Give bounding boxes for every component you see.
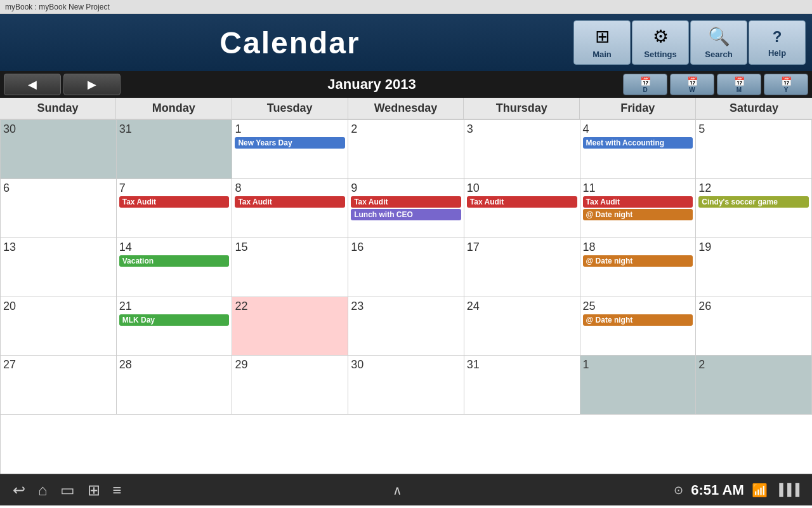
day-view-label: D — [643, 86, 647, 93]
wifi-icon: 📶 — [752, 483, 768, 498]
settings-label: Settings — [644, 50, 676, 59]
title-bar: myBook : myBook New Project — [0, 0, 812, 14]
event-badge[interactable]: Tax Audit — [119, 196, 230, 208]
search-label: Search — [705, 50, 732, 59]
settings-button[interactable]: ⚙ Settings — [632, 20, 689, 65]
caret-up-icon: ∧ — [393, 483, 402, 498]
event-badge[interactable]: Tax Audit — [583, 196, 693, 208]
day-number: 31 — [119, 123, 230, 136]
status-right: ⊙ 6:51 AM 📶 ▐▐▐ — [674, 482, 799, 498]
clock-display: 6:51 AM — [691, 482, 744, 498]
week-view-icon: 📅 — [687, 76, 698, 86]
calendar-cell-w4d5[interactable]: 1 — [580, 356, 697, 415]
calendar-cell-w2d6[interactable]: 19 — [696, 238, 812, 297]
event-badge[interactable]: New Years Day — [235, 137, 345, 149]
search-button[interactable]: 🔍 Search — [690, 20, 747, 65]
calendar-cell-w4d3[interactable]: 30 — [348, 356, 464, 415]
calendar-cell-w3d1[interactable]: 21MLK Day — [117, 297, 233, 356]
home-icon[interactable]: ⌂ — [38, 481, 48, 499]
calendar-cell-w1d3[interactable]: 9Tax AuditLunch with CEO — [348, 179, 464, 238]
month-view-button[interactable]: 📅 M — [717, 74, 761, 95]
event-badge[interactable]: @ Date night — [583, 209, 693, 220]
calendar-cell-w2d2[interactable]: 15 — [232, 238, 348, 297]
day-number: 7 — [119, 182, 230, 195]
main-button[interactable]: ⊞ Main — [573, 20, 631, 65]
status-left-icons: ↩ ⌂ ▭ ⊞ ≡ — [13, 481, 122, 499]
day-number: 26 — [698, 300, 809, 313]
day-number: 24 — [467, 300, 577, 313]
event-badge[interactable]: Lunch with CEO — [351, 209, 461, 220]
day-number: 3 — [467, 123, 577, 136]
event-badge[interactable]: Tax Audit — [351, 196, 461, 208]
event-badge[interactable]: Cindy's soccer game — [698, 196, 809, 208]
prev-month-button[interactable]: ◀ — [4, 74, 61, 95]
day-number: 1 — [235, 123, 345, 136]
grid-icon[interactable]: ⊞ — [88, 481, 100, 499]
calendar-cell-w0d6[interactable]: 5 — [696, 120, 812, 179]
recents-icon[interactable]: ▭ — [60, 481, 75, 499]
calendar-cell-w4d1[interactable]: 28 — [117, 356, 233, 415]
calendar-cell-w0d3[interactable]: 2 — [348, 120, 464, 179]
calendar-cell-w4d4[interactable]: 31 — [464, 356, 580, 415]
event-badge[interactable]: Tax Audit — [467, 196, 577, 208]
day-header-friday: Friday — [580, 98, 696, 119]
week-view-button[interactable]: 📅 W — [670, 74, 714, 95]
menu-icon[interactable]: ≡ — [113, 481, 122, 499]
day-number: 4 — [583, 123, 693, 136]
calendar-cell-w2d5[interactable]: 18@ Date night — [580, 238, 697, 297]
day-number: 27 — [3, 358, 114, 371]
calendar-cell-w4d2[interactable]: 29 — [232, 356, 348, 415]
day-number: 19 — [698, 241, 809, 254]
next-arrow-icon: ▶ — [88, 77, 96, 91]
help-button[interactable]: ? Help — [749, 20, 806, 65]
day-headers: SundayMondayTuesdayWednesdayThursdayFrid… — [0, 98, 812, 119]
day-number: 29 — [235, 358, 345, 371]
calendar-cell-w3d5[interactable]: 25@ Date night — [580, 297, 697, 356]
day-view-button[interactable]: 📅 D — [623, 74, 667, 95]
month-title: January 2013 — [122, 76, 622, 93]
day-number: 1 — [583, 358, 693, 371]
event-badge[interactable]: Tax Audit — [235, 196, 345, 208]
month-view-icon: 📅 — [734, 76, 745, 86]
month-view-label: M — [737, 86, 742, 93]
day-number: 23 — [351, 300, 461, 313]
event-badge[interactable]: Vacation — [119, 255, 230, 267]
calendar-cell-w4d6[interactable]: 2 — [696, 356, 812, 415]
event-badge[interactable]: MLK Day — [119, 314, 230, 326]
calendar-cell-w2d3[interactable]: 16 — [348, 238, 464, 297]
calendar-cell-w0d4[interactable]: 3 — [464, 120, 580, 179]
calendar-cell-w3d6[interactable]: 26 — [696, 297, 812, 356]
calendar-cell-w0d0[interactable]: 30 — [1, 120, 117, 179]
day-header-tuesday: Tuesday — [232, 98, 348, 119]
calendar-cell-w1d1[interactable]: 7Tax Audit — [117, 179, 233, 238]
event-badge[interactable]: @ Date night — [583, 314, 693, 326]
year-view-button[interactable]: 📅 Y — [764, 74, 808, 95]
day-number: 15 — [235, 241, 345, 254]
next-month-button[interactable]: ▶ — [63, 74, 121, 95]
calendar-cell-w2d4[interactable]: 17 — [464, 238, 580, 297]
calendar-cell-w1d5[interactable]: 11Tax Audit@ Date night — [580, 179, 697, 238]
calendar-cell-w1d0[interactable]: 6 — [1, 179, 117, 238]
calendar-cell-w2d1[interactable]: 14Vacation — [117, 238, 233, 297]
calendar-cell-w0d5[interactable]: 4Meet with Accounting — [580, 120, 697, 179]
main-icon: ⊞ — [595, 26, 610, 47]
calendar-cell-w3d2[interactable]: 22 — [232, 297, 348, 356]
event-badge[interactable]: Meet with Accounting — [583, 137, 693, 149]
calendar-cell-w4d0[interactable]: 27 — [1, 356, 117, 415]
day-number: 10 — [467, 182, 577, 195]
calendar-cell-w3d3[interactable]: 23 — [348, 297, 464, 356]
title-bar-text: myBook : myBook New Project — [5, 3, 110, 11]
calendar-cell-w3d4[interactable]: 24 — [464, 297, 580, 356]
calendar-cell-w1d2[interactable]: 8Tax Audit — [232, 179, 348, 238]
calendar-cell-w1d4[interactable]: 10Tax Audit — [464, 179, 580, 238]
back-icon[interactable]: ↩ — [13, 481, 25, 499]
day-number: 31 — [467, 358, 577, 371]
calendar-cell-w2d0[interactable]: 13 — [1, 238, 117, 297]
day-view-icon: 📅 — [640, 76, 651, 86]
event-badge[interactable]: @ Date night — [583, 255, 693, 267]
calendar-cell-w3d0[interactable]: 20 — [1, 297, 117, 356]
calendar-cell-w1d6[interactable]: 12Cindy's soccer game — [696, 179, 812, 238]
calendar-cell-w0d2[interactable]: 1New Years Day — [232, 120, 348, 179]
calendar-cell-w0d1[interactable]: 31 — [117, 120, 233, 179]
day-number: 2 — [698, 358, 809, 371]
